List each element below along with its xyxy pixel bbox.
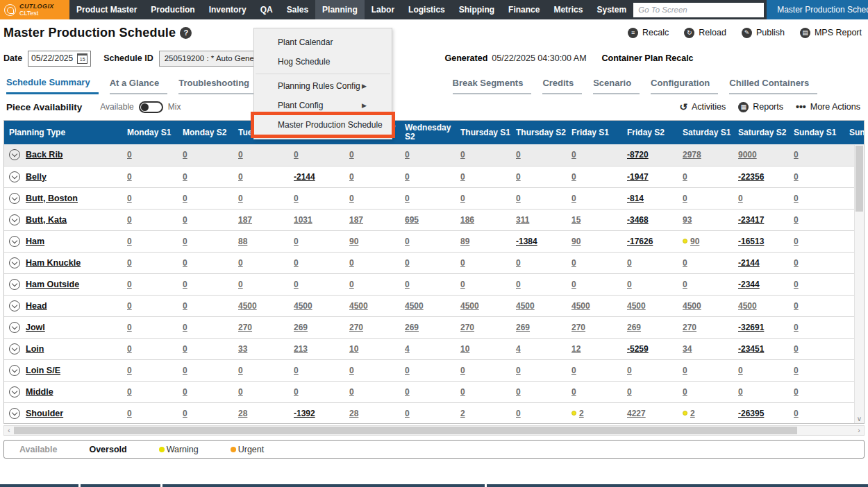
planning-type-link[interactable]: Ham — [26, 237, 44, 246]
availability-value-link[interactable]: 0 — [571, 258, 576, 268]
availability-value-link[interactable]: 89 — [460, 237, 469, 246]
menu-item-planning-rules-config[interactable]: Planning Rules Config▶ — [254, 76, 392, 96]
scroll-left-arrow-icon[interactable]: ‹ — [4, 427, 14, 434]
availability-value-link[interactable]: 0 — [571, 366, 576, 375]
availability-value-link[interactable]: 4500 — [627, 301, 646, 311]
availability-value-link[interactable]: 0 — [127, 409, 132, 418]
expand-row-icon[interactable] — [9, 279, 20, 290]
availability-value-link[interactable]: 0 — [627, 258, 632, 268]
availability-value-link[interactable]: -23451 — [738, 344, 764, 354]
expand-row-icon[interactable] — [9, 343, 20, 354]
availability-value-link[interactable]: 12 — [571, 344, 581, 354]
nav-item-shipping[interactable]: Shipping — [452, 0, 501, 19]
tab-credits[interactable]: Credits — [542, 78, 582, 94]
availability-value-link[interactable]: 187 — [349, 215, 363, 225]
availability-value-link[interactable]: 0 — [794, 258, 799, 268]
availability-value-link[interactable]: 0 — [405, 387, 410, 397]
availability-value-link[interactable]: 0 — [183, 344, 187, 354]
expand-row-icon[interactable] — [9, 408, 20, 419]
availability-value-link[interactable]: 0 — [794, 215, 799, 225]
availability-value-link[interactable]: 0 — [516, 409, 521, 418]
availability-value-link[interactable]: 90 — [349, 237, 358, 246]
nav-item-finance[interactable]: Finance — [501, 0, 546, 19]
availability-value-link[interactable]: 4500 — [571, 301, 590, 311]
availability-value-link[interactable]: 0 — [571, 150, 576, 160]
availability-value-link[interactable]: 0 — [794, 150, 799, 160]
availability-value-link[interactable]: -5259 — [627, 344, 649, 354]
nav-item-production[interactable]: Production — [144, 0, 201, 19]
availability-value-link[interactable]: 0 — [794, 344, 799, 354]
planning-type-link[interactable]: Ham Outside — [26, 280, 79, 289]
availability-value-link[interactable]: 0 — [127, 280, 132, 289]
availability-value-link[interactable]: 0 — [294, 280, 299, 289]
availability-value-link[interactable]: -1384 — [516, 237, 537, 246]
tab-break-segments[interactable]: Break Segments — [453, 78, 532, 94]
availability-value-link[interactable]: 0 — [127, 258, 132, 268]
availability-value-link[interactable]: 0 — [127, 237, 132, 246]
availability-value-link[interactable]: 88 — [238, 237, 247, 246]
availability-value-link[interactable]: 0 — [794, 172, 799, 182]
availability-value-link[interactable]: 0 — [349, 194, 354, 203]
availability-value-link[interactable]: 0 — [460, 150, 465, 160]
availability-value-link[interactable]: 0 — [683, 172, 687, 182]
availability-value-link[interactable]: 270 — [349, 323, 363, 332]
availability-value-link[interactable]: 0 — [460, 280, 465, 289]
availability-value-link[interactable]: -22356 — [738, 172, 764, 182]
availability-value-link[interactable]: -814 — [627, 194, 644, 203]
availability-value-link[interactable]: 0 — [349, 387, 354, 397]
availability-value-link[interactable]: 0 — [516, 150, 521, 160]
date-field[interactable]: 05/22/2025 15 — [28, 51, 91, 67]
planning-type-link[interactable]: Loin — [26, 344, 44, 354]
mps-report-button[interactable]: ▤MPS Report — [800, 28, 862, 38]
availability-value-link[interactable]: 2 — [690, 409, 695, 418]
availability-value-link[interactable]: 0 — [683, 280, 687, 289]
availability-value-link[interactable]: 0 — [516, 258, 521, 268]
expand-row-icon[interactable] — [9, 386, 20, 398]
availability-value-link[interactable]: 270 — [238, 323, 252, 332]
availability-value-link[interactable]: 0 — [683, 366, 687, 375]
availability-value-link[interactable]: 4500 — [460, 301, 479, 311]
availability-value-link[interactable]: 0 — [460, 258, 465, 268]
availability-value-link[interactable]: 0 — [683, 258, 687, 268]
availability-value-link[interactable]: 695 — [405, 215, 419, 225]
screen-selector-dropdown[interactable]: Master Production Schedule — [767, 0, 868, 19]
availability-value-link[interactable]: 0 — [238, 194, 243, 203]
reports-button[interactable]: ▦Reports — [738, 102, 783, 112]
availability-value-link[interactable]: 4500 — [683, 301, 701, 311]
availability-value-link[interactable]: 0 — [794, 194, 799, 203]
nav-item-metrics[interactable]: Metrics — [546, 0, 590, 19]
planning-type-link[interactable]: Back Rib — [26, 150, 63, 160]
availability-value-link[interactable]: 0 — [127, 323, 132, 332]
availability-value-link[interactable]: 15 — [571, 215, 581, 225]
availability-value-link[interactable]: 0 — [738, 366, 743, 375]
availability-value-link[interactable]: 0 — [794, 387, 799, 397]
availability-value-link[interactable]: 0 — [794, 366, 799, 375]
availability-value-link[interactable]: 0 — [127, 387, 132, 397]
availability-value-link[interactable]: 0 — [183, 215, 187, 225]
tab-at-a-glance[interactable]: At a Glance — [110, 78, 168, 94]
availability-value-link[interactable]: 0 — [238, 258, 243, 268]
availability-value-link[interactable]: 0 — [183, 258, 187, 268]
availability-value-link[interactable]: 0 — [683, 387, 687, 397]
menu-item-plant-calendar[interactable]: Plant Calendar — [254, 33, 392, 52]
availability-value-link[interactable]: 0 — [349, 258, 354, 268]
availability-value-link[interactable]: -1392 — [294, 409, 315, 418]
availability-value-link[interactable]: 0 — [349, 280, 354, 289]
availability-value-link[interactable]: 0 — [794, 301, 799, 311]
tab-scenario[interactable]: Scenario — [593, 78, 640, 94]
availability-value-link[interactable]: 34 — [683, 344, 692, 354]
nav-item-labor[interactable]: Labor — [365, 0, 401, 19]
availability-value-link[interactable]: 33 — [238, 344, 247, 354]
availability-value-link[interactable]: 0 — [349, 150, 354, 160]
availability-value-link[interactable]: 0 — [183, 409, 187, 418]
availability-value-link[interactable]: 0 — [294, 258, 299, 268]
availability-value-link[interactable]: 269 — [516, 323, 530, 332]
expand-row-icon[interactable] — [9, 149, 20, 160]
publish-button[interactable]: ✎Publish — [742, 28, 785, 38]
availability-value-link[interactable]: 0 — [405, 172, 410, 182]
availability-value-link[interactable]: 0 — [183, 194, 187, 203]
recalc-button[interactable]: ≡Recalc — [628, 28, 669, 38]
availability-value-link[interactable]: 0 — [460, 366, 465, 375]
availability-value-link[interactable]: 0 — [571, 280, 576, 289]
expand-row-icon[interactable] — [9, 171, 20, 182]
